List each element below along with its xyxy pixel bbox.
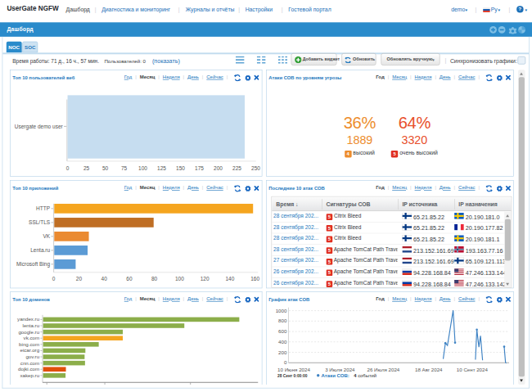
svg-text:0: 0 (65, 165, 69, 171)
svg-text:HTTP: HTTP (36, 205, 50, 211)
svg-text:25: 25 (83, 165, 90, 171)
svg-text:125: 125 (157, 165, 166, 171)
svg-text:80: 80 (151, 275, 158, 281)
svg-text:150: 150 (176, 165, 185, 171)
svg-text:50: 50 (102, 165, 109, 171)
svg-text:400: 400 (278, 339, 287, 345)
svg-text:10 Сент 2024: 10 Сент 2024 (457, 366, 489, 372)
svg-text:28 Сент 0:00:00: 28 Сент 0:00:00 (277, 374, 308, 378)
svg-text:60: 60 (126, 275, 133, 281)
svg-text:200: 200 (278, 349, 287, 354)
svg-text:google.ru: google.ru (18, 328, 39, 334)
svg-text:1000: 1000 (276, 307, 287, 313)
svg-text:gov.ru: gov.ru (25, 354, 39, 359)
svg-text:bing.com: bing.com (19, 341, 39, 347)
svg-text:lenta.ru: lenta.ru (22, 322, 39, 328)
svg-text:40: 40 (101, 275, 107, 281)
svg-text:yandex.ru: yandex.ru (17, 316, 40, 322)
svg-text:160: 160 (250, 275, 259, 281)
svg-text:20: 20 (75, 275, 82, 281)
svg-text:140: 140 (225, 275, 234, 281)
svg-text:eicar.org: eicar.org (20, 347, 39, 353)
svg-text:250: 250 (251, 165, 260, 171)
svg-text:75: 75 (121, 165, 128, 171)
svg-text:VK: VK (43, 233, 50, 239)
svg-text:4 событий: 4 событий (354, 373, 376, 378)
svg-text:10 Июня 2024: 10 Июня 2024 (277, 366, 310, 372)
svg-text:SSL/TLS: SSL/TLS (29, 219, 51, 225)
svg-text:100: 100 (175, 275, 184, 281)
svg-text:0: 0 (284, 359, 287, 365)
svg-text:vk.com: vk.com (23, 335, 38, 340)
svg-text:120: 120 (200, 275, 209, 281)
svg-text:600: 600 (278, 328, 287, 334)
svg-text:dojki.com: dojki.com (18, 366, 39, 372)
svg-text:200: 200 (214, 165, 223, 171)
svg-text:xakep.ru: xakep.ru (20, 372, 39, 378)
svg-text:Usergate demo user: Usergate demo user (14, 124, 63, 130)
svg-text:18 Авг 2024: 18 Авг 2024 (415, 366, 443, 372)
svg-text:0: 0 (52, 275, 56, 281)
svg-text:175: 175 (195, 165, 204, 171)
svg-text:800: 800 (278, 318, 287, 323)
svg-text:3 Июля 2024: 3 Июля 2024 (325, 366, 355, 372)
svg-text:cnn.com: cnn.com (20, 360, 38, 366)
svg-text:26 Июля 2024: 26 Июля 2024 (367, 366, 399, 372)
svg-text:225: 225 (232, 165, 241, 171)
svg-text:100: 100 (138, 165, 147, 171)
svg-text:Microsoft Bing: Microsoft Bing (16, 261, 51, 268)
svg-text:Lenta.ru: Lenta.ru (30, 247, 50, 253)
svg-text:Атаки СОВ:: Атаки СОВ: (322, 373, 349, 378)
